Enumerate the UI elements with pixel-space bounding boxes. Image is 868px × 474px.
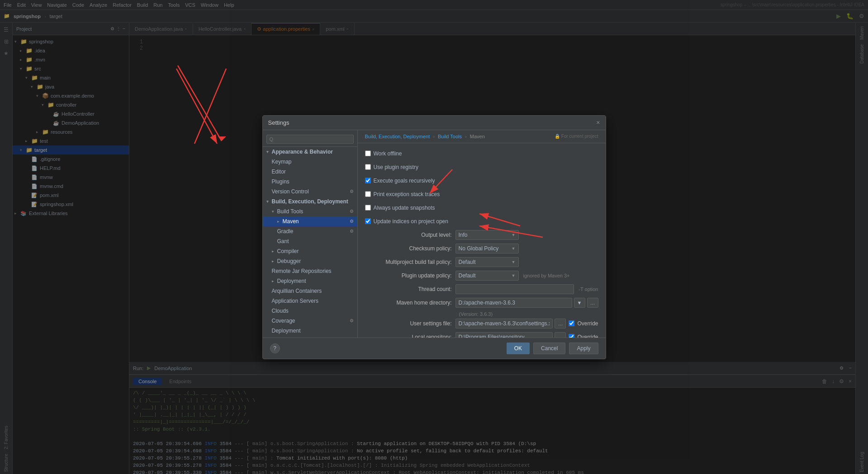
local-repo-input[interactable] [455, 332, 553, 338]
dialog-body: ▾ Appearance & Behavior Keymap Editor Pl… [263, 130, 606, 338]
local-repo-label: Local repository: [365, 334, 455, 338]
settings-breadcrumb: Build, Execution, Deployment › Build Too… [358, 130, 606, 143]
plugin-update-label: Plugin update policy: [365, 272, 455, 279]
print-exception-label[interactable]: Print exception stack traces [365, 191, 440, 197]
settings-item-app-servers[interactable]: Application Servers [263, 296, 357, 306]
settings-label-appearance: Appearance & Behavior [272, 149, 333, 155]
help-button[interactable]: ? [270, 343, 280, 353]
user-settings-input[interactable] [455, 319, 553, 329]
breadcrumb-build-tools[interactable]: Build Tools [438, 134, 462, 139]
settings-item-coverage[interactable]: Coverage ⚙ [263, 316, 357, 326]
dialog-close-button[interactable]: × [596, 119, 600, 126]
settings-item-remote-jar[interactable]: Remote Jar Repositories [263, 266, 357, 276]
settings-item-editor[interactable]: Editor [263, 167, 357, 177]
settings-item-deployment[interactable]: ▸ Deployment [263, 276, 357, 286]
update-indices-checkbox[interactable] [365, 218, 371, 224]
settings-item-debugger[interactable]: ▸ Debugger [263, 256, 357, 266]
settings-item-arquillian[interactable]: Arquillian Containers [263, 286, 357, 296]
output-level-dropdown[interactable]: Info ▼ [455, 230, 519, 240]
settings-item-build-tools[interactable]: ▾ Build Tools ⚙ [263, 206, 357, 216]
form-row-update-indices: Update indices on project open [365, 216, 598, 226]
settings-item-gant[interactable]: Gant [263, 236, 357, 246]
form-row-always-update: Always update snapshots [365, 203, 598, 213]
update-indices-text: Update indices on project open [374, 218, 448, 225]
multiproject-value: Default [459, 259, 476, 265]
settings-item-gradle[interactable]: Gradle ⚙ [263, 226, 357, 236]
plugin-update-hint: ignored by Maven 3+ [523, 273, 570, 278]
form-row-plugin-registry: Use plugin registry [365, 162, 598, 172]
local-repo-browse-btn[interactable]: … [555, 332, 566, 338]
print-exception-checkbox[interactable] [365, 191, 371, 197]
settings-label-app-servers: Application Servers [272, 298, 318, 304]
maven-home-browse-btn[interactable]: … [587, 298, 598, 308]
plugin-registry-label[interactable]: Use plugin registry [365, 164, 418, 170]
update-indices-label[interactable]: Update indices on project open [365, 218, 448, 225]
settings-item-clouds[interactable]: Clouds [263, 306, 357, 316]
maven-home-dropdown-btn[interactable]: ▼ [574, 298, 585, 308]
local-repo-override-checkbox[interactable] [569, 334, 574, 338]
form-row-checksum-policy: Checksum policy: No Global Policy ▼ [365, 244, 598, 253]
local-repo-override-label[interactable]: Override [569, 334, 598, 338]
settings-label-build-exec: Build, Execution, Deployment [272, 198, 348, 205]
settings-item-vcs[interactable]: Version Control ⚙ [263, 187, 357, 197]
apply-button[interactable]: Apply [569, 343, 598, 354]
vcs-gear-icon: ⚙ [350, 189, 354, 194]
ok-button[interactable]: OK [507, 343, 530, 354]
maven-gear-icon: ⚙ [350, 219, 354, 224]
breadcrumb-build-exec[interactable]: Build, Execution, Deployment [365, 134, 430, 139]
form-row-plugin-update: Plugin update policy: Default ▼ ignored … [365, 271, 598, 281]
plugin-update-arrow: ▼ [512, 273, 516, 278]
settings-label-gant: Gant [277, 238, 289, 244]
maven-home-label: Maven home directory: [365, 300, 455, 306]
multiproject-arrow: ▼ [512, 260, 516, 264]
output-level-label: Output level: [365, 232, 455, 238]
plugin-update-dropdown[interactable]: Default ▼ [455, 271, 519, 281]
execute-goals-label[interactable]: Execute goals recursively [365, 178, 435, 184]
print-exception-text: Print exception stack traces [374, 191, 440, 197]
checksum-policy-dropdown[interactable]: No Global Policy ▼ [455, 244, 519, 253]
thread-count-field: -T option [455, 284, 598, 294]
execute-goals-checkbox[interactable] [365, 178, 371, 183]
breadcrumb-maven: Maven [470, 134, 485, 139]
build-tools-gear-icon: ⚙ [350, 209, 354, 214]
settings-search-input[interactable] [266, 135, 354, 144]
maven-home-input[interactable] [455, 298, 572, 308]
thread-count-hint: -T option [579, 286, 598, 292]
multiproject-label: Multiproject build fail policy: [365, 259, 455, 265]
settings-item-build-exec[interactable]: ▾ Build, Execution, Deployment [263, 197, 357, 206]
form-row-local-repo: Local repository: … Override [365, 332, 598, 338]
always-update-checkbox[interactable] [365, 205, 371, 211]
checksum-arrow: ▼ [512, 246, 516, 251]
maven-version-text: (Version: 3.6.3) [365, 311, 598, 317]
plugin-registry-checkbox[interactable] [365, 164, 371, 170]
settings-item-maven[interactable]: ▸ Maven ⚙ [263, 216, 357, 226]
settings-label-editor: Editor [272, 169, 286, 175]
breadcrumb-sep2: › [465, 134, 467, 139]
plugin-update-field: Default ▼ ignored by Maven 3+ [455, 271, 598, 281]
settings-item-plugins[interactable]: Plugins [263, 177, 357, 187]
settings-nav: ▾ Appearance & Behavior Keymap Editor Pl… [263, 130, 358, 338]
settings-label-build-tools: Build Tools [277, 208, 304, 215]
form-row-thread-count: Thread count: -T option [365, 284, 598, 294]
cancel-button[interactable]: Cancel [533, 343, 565, 354]
local-repo-path-row: … [455, 332, 566, 338]
work-offline-label[interactable]: Work offline [365, 150, 402, 157]
output-level-field: Info ▼ [455, 230, 598, 240]
user-settings-override-checkbox[interactable] [569, 320, 574, 326]
multiproject-dropdown[interactable]: Default ▼ [455, 257, 519, 267]
plugin-registry-text: Use plugin registry [374, 164, 418, 170]
settings-label-debugger: Debugger [277, 258, 301, 264]
always-update-label[interactable]: Always update snapshots [365, 205, 435, 211]
settings-item-appearance[interactable]: ▾ Appearance & Behavior [263, 147, 357, 157]
user-settings-override-label[interactable]: Override [569, 320, 598, 327]
always-update-text: Always update snapshots [374, 205, 435, 211]
gradle-gear-icon: ⚙ [350, 229, 354, 234]
output-level-arrow: ▼ [512, 233, 516, 237]
thread-count-input[interactable] [455, 284, 574, 294]
user-settings-browse-btn[interactable]: … [555, 319, 566, 329]
work-offline-checkbox[interactable] [365, 150, 371, 156]
form-row-user-settings: User settings file: … Override [365, 319, 598, 329]
settings-item-compiler[interactable]: ▸ Compiler [263, 246, 357, 256]
settings-item-keymap[interactable]: Keymap [263, 157, 357, 167]
settings-item-deployment2[interactable]: Deployment [263, 326, 357, 336]
